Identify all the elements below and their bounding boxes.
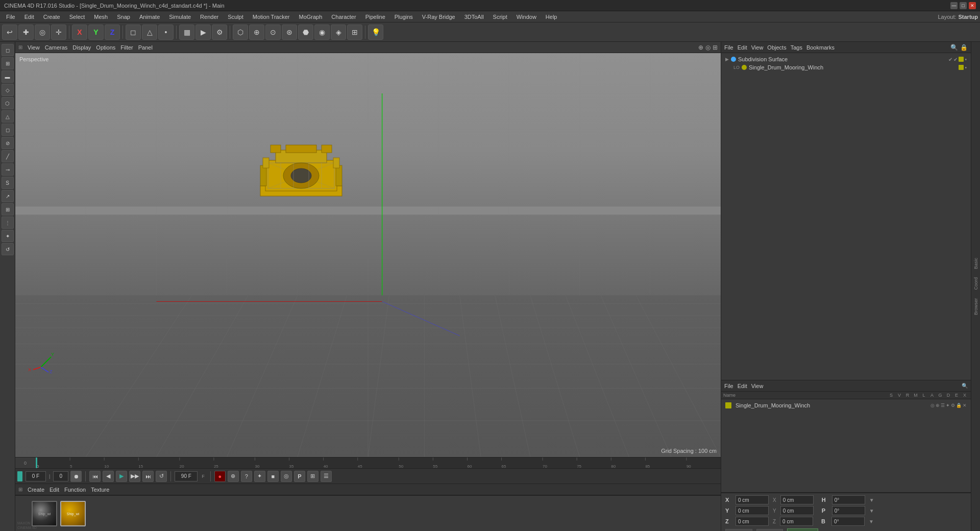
edge-tab-browser[interactable]: Browser [972,294,979,319]
tool-render-region[interactable]: ▦ [179,25,194,40]
pb-mode-5[interactable]: ■ [267,471,279,482]
pb-mode-3[interactable]: ? [241,471,252,482]
menu-3dtoall[interactable]: 3DToAll [460,13,488,21]
coord-p-val[interactable] [832,506,865,515]
menu-character[interactable]: Character [327,13,360,21]
obj-item-winch[interactable]: LO Single_Drum_Mooring_Winch • [723,63,969,71]
pb-mode-grid[interactable]: ⊞ [307,471,318,482]
coord-y-extra[interactable]: ▼ [869,508,874,514]
menu-file[interactable]: File [2,13,19,21]
vp-menu-cameras[interactable]: Cameras [45,44,68,51]
minimize-button[interactable]: — [950,2,958,9]
playback-goto-start[interactable]: ⏮ [89,471,101,482]
mat-menu-edit[interactable]: Edit [50,487,59,493]
tool-obj8[interactable]: ⊞ [347,25,362,40]
menu-sculpt[interactable]: Sculpt [224,13,248,21]
mat-icon-render[interactable]: ☰ [941,403,945,408]
obj-expand-arrow[interactable]: ▶ [725,57,729,62]
sidebar-s[interactable]: S [2,177,14,189]
obj-tab-view[interactable]: View [751,44,764,51]
mat-icon-star[interactable]: ✦ [946,403,950,408]
coord-y-rot[interactable] [780,506,814,515]
pb-mode-p[interactable]: P [294,471,305,482]
pb-mode-4[interactable]: ✦ [254,471,265,482]
tool-light[interactable]: 💡 [368,25,383,40]
obj-tab-tags[interactable]: Tags [791,44,802,51]
sidebar-brush[interactable]: ✦ [2,230,14,242]
tool-edge[interactable]: △ [142,25,157,40]
tool-obj7[interactable]: ◈ [331,25,346,40]
frame-current-input[interactable] [53,471,68,481]
playback-step-fwd[interactable]: ▶▶ [129,471,140,482]
coord-z-rot[interactable] [780,517,813,526]
vp-icon-camera[interactable]: ⊕ [698,44,703,51]
sidebar-select1[interactable]: ⬡ [2,97,14,109]
menu-window[interactable]: Window [512,13,541,21]
vp-menu-panel[interactable]: Panel [138,44,153,51]
coord-x-rot[interactable] [780,495,814,504]
layout-value[interactable]: Startup [959,14,978,20]
mat-menu-create[interactable]: Create [28,487,44,493]
tool-polygon[interactable]: ◻ [126,25,141,40]
sidebar-grid[interactable]: ⊞ [2,203,14,215]
pb-mode-6[interactable]: ◎ [281,471,292,482]
sidebar-shape[interactable]: ◇ [2,84,14,96]
tool-add[interactable]: ✚ [18,25,34,40]
vp-menu-view[interactable]: View [28,44,40,51]
tool-z-axis[interactable]: Z [105,25,120,40]
mat-item-winch[interactable]: Single_Drum_Mooring_Winch ◎ ⊕ ☰ ✦ ⚙ 🔒 ✕ [723,401,969,409]
menu-mograph[interactable]: MoGraph [295,13,326,21]
obj-tab-objects[interactable]: Objects [767,44,786,51]
obj-tab-bookmarks[interactable]: Bookmarks [806,44,835,51]
mat-icon-eye[interactable]: ⊕ [936,403,940,408]
menu-motiontracker[interactable]: Motion Tracker [249,13,294,21]
frame-end-input[interactable] [175,471,198,481]
material-thumb-2[interactable]: Ship_wi [60,501,86,526]
menu-plugins[interactable]: Plugins [390,13,417,21]
mat-icon-search[interactable]: 🔍 [962,383,968,389]
obj-visible-subdivision[interactable]: ✔ [948,57,952,62]
timeline-playhead[interactable] [36,457,37,468]
sidebar-paint[interactable]: ▬ [2,70,14,83]
pb-mode-1[interactable]: ● [214,471,226,482]
tool-x-axis[interactable]: X [72,25,87,40]
tool-obj3[interactable]: ⊙ [265,25,281,40]
coord-z-pos[interactable] [736,517,769,526]
mat-icon-close2[interactable]: ✕ [963,403,967,408]
tool-circle[interactable]: ◎ [35,25,50,40]
coord-x-pos[interactable] [736,495,769,504]
obj-tab-file[interactable]: File [724,44,733,51]
menu-script[interactable]: Script [489,13,511,21]
mat-menu-function[interactable]: Function [64,487,86,493]
sidebar-spline[interactable]: ↗ [2,190,14,202]
mat-tab-file[interactable]: File [724,383,733,389]
edge-tab-basic[interactable]: Basic [972,254,979,273]
vp-menu-display[interactable]: Display [72,44,91,51]
mat-tab-edit[interactable]: Edit [738,383,747,389]
coord-h-val[interactable] [832,495,865,504]
menu-snap[interactable]: Snap [113,13,134,21]
pb-mode-2[interactable]: ⊕ [228,471,239,482]
mat-icon-camera[interactable]: ◎ [930,403,935,408]
playback-step-back[interactable]: ◀ [103,471,114,482]
sidebar-checker[interactable]: ⊞ [2,57,14,69]
coord-x-extra[interactable]: ▼ [869,497,874,503]
menu-create[interactable]: Create [39,13,64,21]
tool-move[interactable]: ✛ [51,25,66,40]
playback-play[interactable]: ▶ [116,471,127,482]
sidebar-arrow[interactable]: ↺ [2,243,14,255]
menu-simulate[interactable]: Simulate [165,13,195,21]
mat-tab-view[interactable]: View [751,383,764,389]
sidebar-dots[interactable]: ⋮ [2,216,14,229]
menu-pipeline[interactable]: Pipeline [361,13,389,21]
tool-render-settings[interactable]: ⚙ [212,25,227,40]
tool-render[interactable]: ▶ [195,25,211,40]
close-button[interactable]: ✕ [969,2,976,9]
menu-select[interactable]: Select [65,13,89,21]
mat-menu-texture[interactable]: Texture [91,487,109,493]
tool-obj6[interactable]: ◉ [314,25,330,40]
tool-obj5[interactable]: ⬣ [298,25,313,40]
sidebar-select2[interactable]: △ [2,110,14,123]
edge-tab-coord[interactable]: Coord [972,273,979,294]
tool-undo[interactable]: ↩ [2,25,17,40]
